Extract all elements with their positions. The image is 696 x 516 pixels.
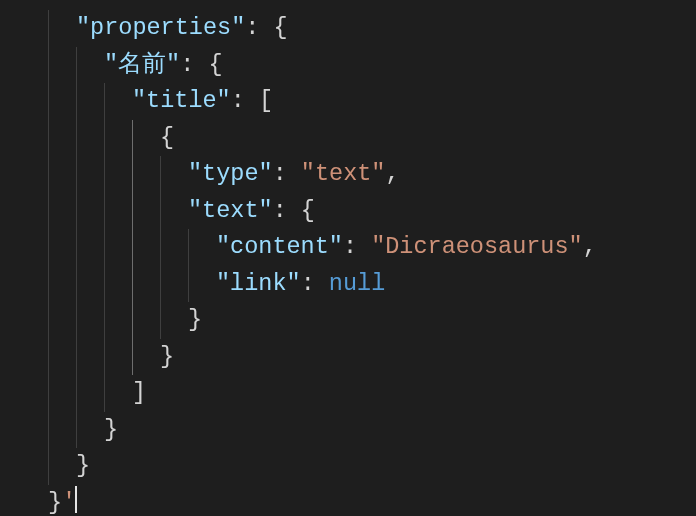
code-line: "content": "Dicraeosaurus",	[48, 229, 696, 266]
indent-guide	[132, 339, 133, 376]
code-token: ,	[583, 233, 597, 260]
code-line: ]	[48, 375, 696, 412]
code-token: :	[273, 197, 301, 224]
code-token: '	[62, 489, 76, 516]
indent-guide	[76, 120, 77, 157]
code-line: "text": {	[48, 193, 696, 230]
indent-guide	[160, 156, 161, 193]
indent-guide	[48, 448, 49, 485]
indent-guide	[76, 83, 77, 120]
indent-guide	[104, 375, 105, 412]
text-cursor	[75, 486, 77, 513]
code-token: {	[273, 14, 287, 41]
code-token: }	[188, 306, 202, 333]
indent-guide	[104, 193, 105, 230]
indent-guide	[76, 339, 77, 376]
code-line: "properties": {	[48, 10, 696, 47]
code-token: }	[48, 489, 62, 516]
indent-guide	[104, 339, 105, 376]
indent-guide	[48, 375, 49, 412]
indent-guide	[132, 229, 133, 266]
indent-guide	[48, 412, 49, 449]
indent-guide	[48, 10, 49, 47]
code-line: }	[48, 448, 696, 485]
code-line: }	[48, 339, 696, 376]
code-token: "text"	[188, 197, 273, 224]
code-line: {	[48, 120, 696, 157]
code-token: "名前"	[104, 51, 180, 78]
code-token: :	[273, 160, 301, 187]
indent-guide	[76, 375, 77, 412]
code-line: "title": [	[48, 83, 696, 120]
code-token: "properties"	[76, 14, 245, 41]
indent-guide	[48, 83, 49, 120]
indent-guide	[160, 229, 161, 266]
indent-guide	[48, 156, 49, 193]
code-token: }	[104, 416, 118, 443]
indent-guide	[48, 302, 49, 339]
code-line: }	[48, 412, 696, 449]
code-token: }	[76, 452, 90, 479]
code-token: }	[160, 343, 174, 370]
code-token: {	[301, 197, 315, 224]
code-token: :	[245, 14, 273, 41]
indent-guide	[76, 47, 77, 84]
code-line: "link": null	[48, 266, 696, 303]
indent-guide	[160, 266, 161, 303]
indent-guide	[48, 229, 49, 266]
indent-guide	[48, 266, 49, 303]
code-token: {	[160, 124, 174, 151]
indent-guide	[132, 266, 133, 303]
indent-guide	[48, 120, 49, 157]
indent-guide	[48, 47, 49, 84]
code-line: }	[48, 302, 696, 339]
code-token: "title"	[132, 87, 231, 114]
indent-guide	[132, 193, 133, 230]
indent-guide	[76, 412, 77, 449]
indent-guide	[188, 229, 189, 266]
indent-guide	[76, 266, 77, 303]
indent-guide	[160, 193, 161, 230]
indent-guide	[188, 266, 189, 303]
code-token: null	[329, 270, 385, 297]
code-editor[interactable]: "properties": {"名前": {"title": [{"type":…	[0, 0, 696, 516]
indent-guide	[104, 156, 105, 193]
indent-guide	[104, 266, 105, 303]
code-line: "type": "text",	[48, 156, 696, 193]
indent-guide	[104, 302, 105, 339]
indent-guide	[76, 193, 77, 230]
indent-guide	[104, 83, 105, 120]
code-token: "content"	[216, 233, 343, 260]
indent-guide	[132, 120, 133, 157]
indent-guide	[132, 156, 133, 193]
code-token: ]	[132, 379, 146, 406]
code-token: {	[208, 51, 222, 78]
indent-guide	[76, 302, 77, 339]
code-token: :	[343, 233, 371, 260]
code-token: "text"	[301, 160, 386, 187]
code-line: }'	[48, 485, 696, 517]
code-token: "link"	[216, 270, 301, 297]
indent-guide	[104, 120, 105, 157]
indent-guide	[48, 193, 49, 230]
code-token: :	[231, 87, 259, 114]
code-token: "Dicraeosaurus"	[371, 233, 583, 260]
code-token: :	[180, 51, 208, 78]
code-token: "type"	[188, 160, 273, 187]
indent-guide	[104, 229, 105, 266]
code-token: :	[301, 270, 329, 297]
code-line: "名前": {	[48, 47, 696, 84]
indent-guide	[76, 229, 77, 266]
indent-guide	[76, 156, 77, 193]
indent-guide	[48, 339, 49, 376]
code-token: [	[259, 87, 273, 114]
indent-guide	[132, 302, 133, 339]
indent-guide	[160, 302, 161, 339]
code-token: ,	[385, 160, 399, 187]
